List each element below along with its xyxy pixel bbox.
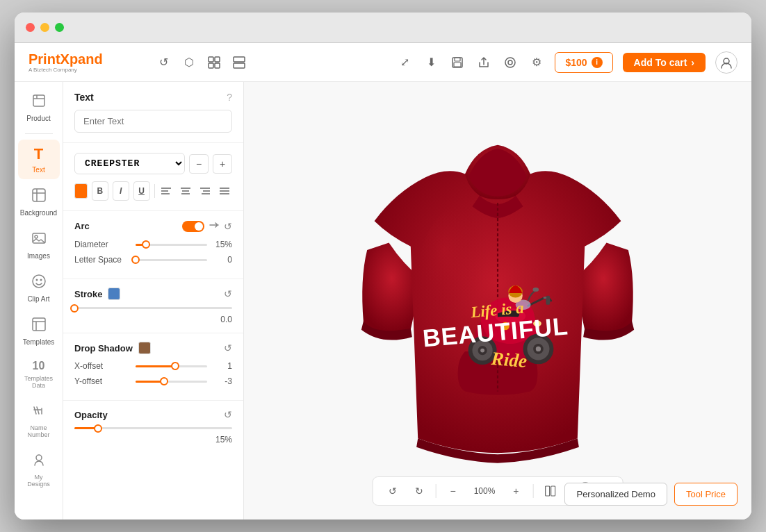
help-icon[interactable]: ? bbox=[227, 92, 232, 103]
text-color-swatch[interactable] bbox=[74, 183, 88, 199]
grid-view-1-button[interactable] bbox=[540, 481, 560, 501]
text-panel-section: Text ? bbox=[63, 82, 243, 143]
x-offset-value: 1 bbox=[213, 361, 232, 371]
download-icon[interactable]: ⬇ bbox=[423, 54, 439, 71]
user-account-icon[interactable] bbox=[715, 51, 738, 74]
sidebar-item-my-designs[interactable]: MyDesigns bbox=[18, 447, 60, 493]
sidebar-item-templates[interactable]: Templates bbox=[18, 311, 60, 351]
templates-data-label: TemplatesData bbox=[24, 375, 53, 389]
sidebar-item-background[interactable]: Background bbox=[18, 182, 60, 222]
images-icon bbox=[31, 231, 47, 249]
zoom-out-button[interactable]: − bbox=[443, 481, 463, 501]
stroke-value: 0.0 bbox=[74, 315, 232, 324]
align-left-button[interactable] bbox=[158, 182, 174, 200]
shadow-title: Drop Shadow bbox=[74, 342, 151, 354]
font-size-decrease-button[interactable]: − bbox=[189, 154, 209, 174]
minimize-button[interactable] bbox=[40, 23, 49, 32]
canvas-undo-button[interactable]: ↺ bbox=[383, 481, 402, 501]
save-icon[interactable] bbox=[449, 54, 466, 71]
text-section-title: Text bbox=[74, 92, 94, 103]
price-button[interactable]: $100 i bbox=[555, 52, 612, 73]
templates-data-icon: 10 bbox=[33, 360, 45, 372]
bold-button[interactable]: B bbox=[92, 181, 108, 201]
logo-suffix: pand bbox=[70, 51, 103, 67]
font-select[interactable]: CREEPSTER bbox=[74, 153, 185, 174]
format-row: B I U bbox=[74, 181, 232, 201]
main-content: Product T Text Background bbox=[15, 82, 751, 519]
svg-rect-37 bbox=[544, 297, 546, 299]
format-separator bbox=[154, 184, 155, 198]
letter-space-slider[interactable] bbox=[136, 259, 207, 261]
preview-icon[interactable] bbox=[502, 54, 519, 71]
split-view-icon[interactable] bbox=[231, 54, 247, 71]
align-right-button[interactable] bbox=[197, 182, 213, 200]
sidebar-item-product[interactable]: Product bbox=[18, 88, 60, 128]
canvas-redo-button[interactable]: ↻ bbox=[409, 481, 429, 501]
svg-point-20 bbox=[36, 455, 42, 460]
stroke-thumb[interactable] bbox=[70, 304, 79, 313]
sidebar-item-name-number[interactable]: NameNumber bbox=[18, 397, 60, 444]
opacity-reset-icon[interactable]: ↺ bbox=[224, 409, 232, 420]
sidebar-item-text[interactable]: T Text bbox=[18, 140, 60, 179]
stroke-slider[interactable] bbox=[74, 307, 232, 309]
letter-space-thumb[interactable] bbox=[131, 256, 140, 264]
undo-icon[interactable]: ↺ bbox=[156, 54, 172, 71]
toolbar-separator-1 bbox=[436, 484, 437, 498]
my-designs-icon bbox=[31, 452, 47, 471]
grid-expand-icon[interactable] bbox=[206, 54, 222, 71]
templates-icon bbox=[31, 317, 47, 335]
opacity-thumb[interactable] bbox=[94, 424, 102, 433]
header-right-tools: ⤢ ⬇ bbox=[396, 51, 738, 74]
stroke-section: Stroke ↺ 0.0 bbox=[63, 279, 243, 333]
price-info-icon: i bbox=[592, 57, 603, 68]
user-settings-icon[interactable]: ⚙ bbox=[528, 54, 545, 71]
underline-button[interactable]: U bbox=[133, 181, 150, 201]
diameter-slider[interactable] bbox=[136, 244, 207, 246]
tool-price-button[interactable]: Tool Price bbox=[674, 483, 738, 506]
y-offset-thumb[interactable] bbox=[160, 377, 168, 385]
stroke-reset-icon[interactable]: ↺ bbox=[224, 288, 232, 299]
toolbar-separator-2 bbox=[532, 484, 533, 498]
x-offset-thumb[interactable] bbox=[171, 362, 179, 370]
align-center-button[interactable] bbox=[178, 182, 193, 200]
canvas-area[interactable]: Life is a BEAUTIFUL Ride ↺ ↻ − 100% + bbox=[244, 82, 751, 519]
arc-toggle[interactable] bbox=[182, 221, 204, 232]
arc-flip-icon[interactable] bbox=[209, 219, 220, 233]
sidebar-item-clipart[interactable]: Clip Art bbox=[18, 268, 60, 308]
add-to-cart-button[interactable]: Add To cart › bbox=[623, 53, 706, 72]
x-offset-slider-row: X-offset 1 bbox=[74, 361, 232, 371]
font-row: CREEPSTER − + bbox=[74, 153, 232, 174]
sidebar-item-images[interactable]: Images bbox=[18, 225, 60, 265]
font-size-increase-button[interactable]: + bbox=[213, 154, 232, 174]
product-label: Product bbox=[26, 115, 50, 122]
background-label: Background bbox=[20, 209, 57, 217]
text-input[interactable] bbox=[74, 110, 232, 133]
align-justify-button[interactable] bbox=[217, 182, 232, 200]
stroke-color-swatch[interactable] bbox=[108, 288, 120, 300]
shadow-color-swatch[interactable] bbox=[138, 342, 151, 354]
shape-icon[interactable]: ⬡ bbox=[181, 54, 197, 71]
italic-button[interactable]: I bbox=[113, 181, 129, 201]
logo: PrintXpand A Biztech Company bbox=[28, 52, 103, 73]
shadow-section: Drop Shadow ↺ X-offset 1 bbox=[63, 333, 243, 401]
fullscreen-icon[interactable]: ⤢ bbox=[396, 54, 413, 71]
shadow-reset-icon[interactable]: ↺ bbox=[224, 342, 232, 354]
diameter-thumb[interactable] bbox=[142, 240, 150, 249]
arc-reset-icon[interactable]: ↺ bbox=[224, 221, 232, 232]
svg-point-46 bbox=[480, 349, 484, 353]
browser-titlebar bbox=[15, 13, 751, 43]
maximize-button[interactable] bbox=[55, 23, 64, 32]
personalized-demo-button[interactable]: Personalized Demo bbox=[564, 483, 667, 506]
text-label: Text bbox=[32, 166, 44, 174]
opacity-slider[interactable] bbox=[74, 427, 232, 429]
y-offset-slider[interactable] bbox=[136, 381, 207, 383]
sidebar-item-templates-data[interactable]: 10 TemplatesData bbox=[18, 354, 60, 394]
close-button[interactable] bbox=[26, 23, 35, 32]
svg-rect-1 bbox=[215, 57, 220, 62]
x-offset-slider[interactable] bbox=[136, 365, 207, 367]
share-icon[interactable] bbox=[475, 54, 492, 71]
zoom-in-button[interactable]: + bbox=[506, 481, 525, 501]
app-container: PrintXpand A Biztech Company ↺ ⬡ bbox=[15, 43, 751, 519]
shadow-header: Drop Shadow ↺ bbox=[74, 342, 232, 354]
opacity-header: Opacity ↺ bbox=[74, 409, 232, 420]
